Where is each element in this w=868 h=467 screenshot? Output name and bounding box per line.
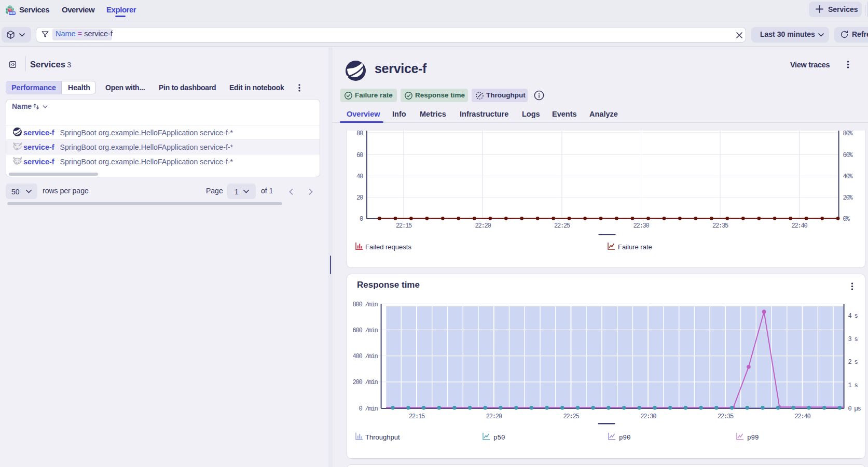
svg-text:1 s: 1 s xyxy=(848,381,858,389)
svg-text:20%: 20% xyxy=(843,194,853,202)
svg-text:22:35: 22:35 xyxy=(718,413,734,420)
svg-text:22:20: 22:20 xyxy=(486,413,502,420)
svg-text:800 /min: 800 /min xyxy=(352,301,378,308)
svg-text:80: 80 xyxy=(356,131,363,137)
svg-text:NEW: NEW xyxy=(9,12,15,15)
svg-text:40: 40 xyxy=(356,173,363,180)
svg-text:22:35: 22:35 xyxy=(712,222,728,230)
svg-text:Failed requests: Failed requests xyxy=(365,243,411,250)
svg-text:60%: 60% xyxy=(843,152,853,159)
svg-text:0 µs: 0 µs xyxy=(848,405,861,412)
svg-text:0 /min: 0 /min xyxy=(359,405,378,412)
svg-text:400 /min: 400 /min xyxy=(352,353,378,360)
svg-text:3 s: 3 s xyxy=(848,335,858,343)
svg-text:60: 60 xyxy=(356,152,363,159)
svg-text:4 s: 4 s xyxy=(848,313,858,320)
svg-text:200 /min: 200 /min xyxy=(352,379,378,386)
svg-text:0: 0 xyxy=(360,216,363,223)
svg-text:0%: 0% xyxy=(843,216,850,223)
svg-text:22:25: 22:25 xyxy=(554,222,570,230)
svg-text:Throughput: Throughput xyxy=(365,433,400,441)
svg-text:22:20: 22:20 xyxy=(475,222,491,230)
svg-text:80%: 80% xyxy=(843,131,853,137)
svg-text:2 s: 2 s xyxy=(848,359,858,366)
svg-text:p90: p90 xyxy=(619,434,631,441)
svg-text:22:30: 22:30 xyxy=(640,413,656,420)
svg-text:p50: p50 xyxy=(493,434,505,441)
svg-text:22:15: 22:15 xyxy=(409,413,425,420)
svg-text:p99: p99 xyxy=(747,434,759,441)
svg-text:22:15: 22:15 xyxy=(396,222,412,230)
svg-text:600 /min: 600 /min xyxy=(352,327,378,334)
svg-text:22:40: 22:40 xyxy=(791,222,807,230)
svg-text:40%: 40% xyxy=(843,173,853,180)
svg-text:22:25: 22:25 xyxy=(563,413,579,420)
svg-text:22:30: 22:30 xyxy=(633,222,649,230)
svg-text:Failure rate: Failure rate xyxy=(618,243,652,250)
svg-text:22:40: 22:40 xyxy=(795,413,811,420)
svg-text:20: 20 xyxy=(356,194,363,202)
